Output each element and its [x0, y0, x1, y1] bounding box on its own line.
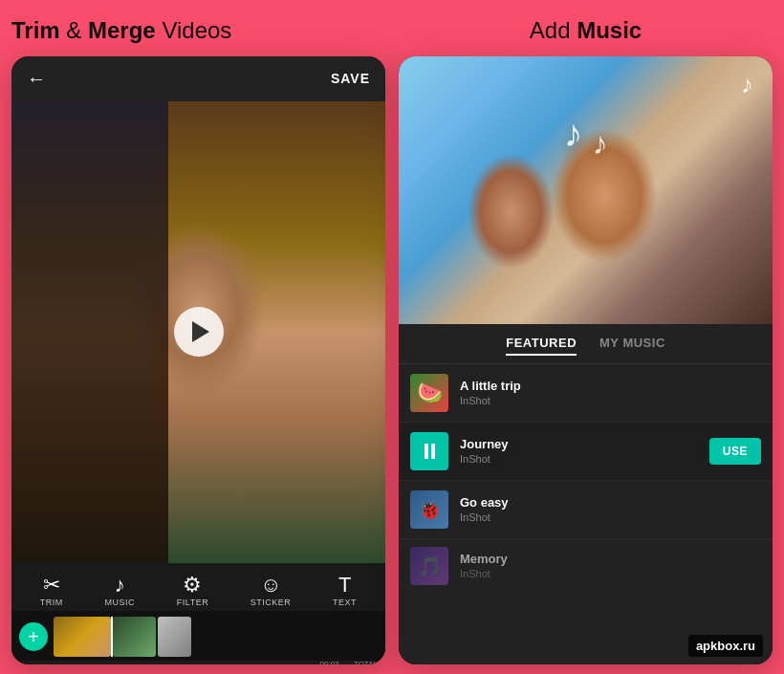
- music-title-3: Go easy: [460, 495, 761, 510]
- trim-icon: ✂: [43, 575, 60, 596]
- tab-featured[interactable]: FEATURED: [506, 336, 577, 356]
- music-title-bold: Music: [577, 17, 642, 43]
- photo-subjects: [399, 56, 773, 324]
- pause-icon: [425, 444, 435, 459]
- text-icon: T: [338, 575, 351, 596]
- video-area: [11, 101, 385, 563]
- tool-sticker[interactable]: ☺ STICKER: [250, 575, 292, 607]
- tab-my-music[interactable]: MY MUSIC: [599, 336, 665, 356]
- phone-header: ← SAVE: [11, 56, 385, 101]
- text-label: TEXT: [333, 598, 357, 607]
- music-notes-overlay: ♪ ♪: [564, 112, 608, 162]
- left-title: Trim & Merge Videos: [11, 17, 385, 45]
- plus-icon: +: [28, 627, 39, 646]
- music-panel: FEATURED MY MUSIC 🍉 A little trip InShot: [399, 324, 773, 664]
- photo-area: ♪ ♪: [399, 56, 773, 324]
- music-note-medium-icon: ♪: [593, 126, 608, 162]
- main-container: Trim & Merge Videos ← SAVE: [0, 0, 784, 674]
- phone-frame-left: ← SAVE ✂ TRIM: [11, 56, 385, 664]
- video-background: [11, 101, 385, 563]
- music-thumb-2: [410, 432, 448, 470]
- add-text: Add: [530, 17, 577, 43]
- music-info-3: Go easy InShot: [460, 495, 761, 523]
- music-thumb-4: 🎵: [410, 547, 448, 585]
- music-icon: ♪: [115, 575, 125, 596]
- timeline-marker: [111, 617, 113, 657]
- clip-3[interactable]: [158, 617, 191, 657]
- music-artist-2: InShot: [460, 453, 698, 465]
- music-item-3[interactable]: 🐞 Go easy InShot: [399, 481, 773, 539]
- music-tabs: FEATURED MY MUSIC: [399, 324, 773, 364]
- use-button[interactable]: USE: [709, 438, 761, 465]
- video-left-strip: [11, 101, 168, 563]
- save-button[interactable]: SAVE: [331, 71, 370, 86]
- music-thumb-3: 🐞: [410, 490, 448, 529]
- phone-frame-right: ♪ ♪ ♪ FEATURED MY MUSIC: [399, 56, 773, 664]
- clip-1[interactable]: [54, 617, 111, 657]
- videos-text: Videos: [156, 17, 232, 43]
- music-artist-1: InShot: [460, 395, 761, 406]
- timeline-clips: 00:03 TOTAL: [54, 617, 378, 657]
- music-note-header-icon: ♪: [741, 70, 753, 99]
- music-item-4[interactable]: 🎵 Memory InShot: [399, 539, 773, 593]
- music-info-1: A little trip InShot: [460, 379, 761, 406]
- pause-bar-1: [425, 444, 428, 459]
- tools-row: ✂ TRIM ♪ MUSIC ⚙ FILTER ☺ STICKER: [11, 571, 385, 611]
- music-artist-3: InShot: [460, 511, 761, 523]
- trim-bold: Trim: [11, 17, 60, 43]
- music-label: MUSIC: [105, 598, 136, 607]
- music-info-2: Journey InShot: [460, 437, 698, 465]
- music-title-2: Journey: [460, 437, 698, 451]
- timeline-area: + 00:03 TOTAL: [11, 611, 385, 661]
- tool-text[interactable]: T TEXT: [333, 575, 357, 607]
- bottom-tools: ✂ TRIM ♪ MUSIC ⚙ FILTER ☺ STICKER: [11, 563, 385, 664]
- music-artist-4: InShot: [460, 568, 761, 579]
- tool-trim[interactable]: ✂ TRIM: [40, 575, 63, 607]
- music-list: 🍉 A little trip InShot: [399, 364, 773, 664]
- left-panel: Trim & Merge Videos ← SAVE: [11, 17, 385, 664]
- sticker-icon: ☺: [260, 575, 281, 596]
- watermelon-icon: 🍉: [417, 380, 443, 405]
- photo-background: ♪ ♪: [399, 56, 773, 324]
- music-info-4: Memory InShot: [460, 552, 761, 579]
- music-note-large-icon: ♪: [564, 112, 583, 162]
- filter-icon: ⚙: [183, 575, 202, 596]
- add-clip-button[interactable]: +: [19, 622, 48, 651]
- timeline-time: 00:03 TOTAL: [320, 660, 378, 664]
- back-button[interactable]: ←: [27, 68, 46, 90]
- merge-bold: Merge: [88, 17, 156, 43]
- clip-2[interactable]: [113, 617, 156, 657]
- play-button[interactable]: [174, 307, 224, 357]
- right-panel: Add Music ♪ ♪ ♪ FEATURED M: [399, 17, 773, 664]
- and-text: &: [60, 17, 88, 43]
- tool-filter[interactable]: ⚙ FILTER: [177, 575, 208, 607]
- sticker-label: STICKER: [250, 598, 292, 607]
- memory-icon: 🎵: [418, 554, 442, 577]
- music-item-2[interactable]: Journey InShot USE: [399, 423, 773, 481]
- watermark: apkbox.ru: [688, 635, 763, 657]
- ladybug-icon: 🐞: [418, 498, 442, 521]
- tool-music[interactable]: ♪ MUSIC: [105, 575, 136, 607]
- pause-bar-2: [431, 444, 435, 459]
- play-icon: [192, 321, 209, 342]
- trim-label: TRIM: [40, 598, 63, 607]
- right-title: Add Music: [399, 17, 773, 45]
- filter-label: FILTER: [177, 598, 208, 607]
- music-title-1: A little trip: [460, 379, 761, 393]
- music-item-1[interactable]: 🍉 A little trip InShot: [399, 364, 773, 423]
- music-thumb-1: 🍉: [410, 374, 448, 412]
- music-title-4: Memory: [460, 552, 761, 566]
